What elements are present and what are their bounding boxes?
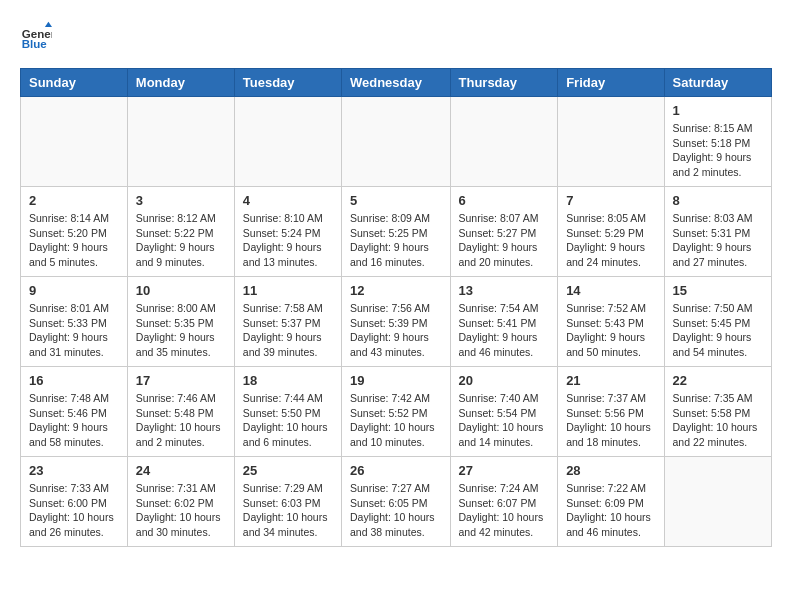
day-info: Sunrise: 7:58 AM Sunset: 5:37 PM Dayligh… — [243, 301, 333, 360]
day-info: Sunrise: 8:14 AM Sunset: 5:20 PM Dayligh… — [29, 211, 119, 270]
calendar-cell: 20Sunrise: 7:40 AM Sunset: 5:54 PM Dayli… — [450, 367, 558, 457]
day-info: Sunrise: 7:56 AM Sunset: 5:39 PM Dayligh… — [350, 301, 442, 360]
calendar-week-1: 1Sunrise: 8:15 AM Sunset: 5:18 PM Daylig… — [21, 97, 772, 187]
calendar-cell: 19Sunrise: 7:42 AM Sunset: 5:52 PM Dayli… — [341, 367, 450, 457]
calendar-header-sunday: Sunday — [21, 69, 128, 97]
day-info: Sunrise: 7:29 AM Sunset: 6:03 PM Dayligh… — [243, 481, 333, 540]
day-info: Sunrise: 7:46 AM Sunset: 5:48 PM Dayligh… — [136, 391, 226, 450]
day-number: 6 — [459, 193, 550, 208]
calendar-cell: 26Sunrise: 7:27 AM Sunset: 6:05 PM Dayli… — [341, 457, 450, 547]
day-number: 27 — [459, 463, 550, 478]
calendar-cell: 22Sunrise: 7:35 AM Sunset: 5:58 PM Dayli… — [664, 367, 771, 457]
day-number: 11 — [243, 283, 333, 298]
calendar-cell: 28Sunrise: 7:22 AM Sunset: 6:09 PM Dayli… — [558, 457, 664, 547]
calendar-cell: 15Sunrise: 7:50 AM Sunset: 5:45 PM Dayli… — [664, 277, 771, 367]
day-info: Sunrise: 7:27 AM Sunset: 6:05 PM Dayligh… — [350, 481, 442, 540]
calendar-cell: 1Sunrise: 8:15 AM Sunset: 5:18 PM Daylig… — [664, 97, 771, 187]
calendar-cell: 23Sunrise: 7:33 AM Sunset: 6:00 PM Dayli… — [21, 457, 128, 547]
calendar-cell — [234, 97, 341, 187]
day-number: 7 — [566, 193, 655, 208]
calendar-cell: 4Sunrise: 8:10 AM Sunset: 5:24 PM Daylig… — [234, 187, 341, 277]
calendar-cell: 12Sunrise: 7:56 AM Sunset: 5:39 PM Dayli… — [341, 277, 450, 367]
day-number: 20 — [459, 373, 550, 388]
day-info: Sunrise: 7:37 AM Sunset: 5:56 PM Dayligh… — [566, 391, 655, 450]
day-info: Sunrise: 7:44 AM Sunset: 5:50 PM Dayligh… — [243, 391, 333, 450]
calendar-header-monday: Monday — [127, 69, 234, 97]
day-info: Sunrise: 7:33 AM Sunset: 6:00 PM Dayligh… — [29, 481, 119, 540]
day-number: 23 — [29, 463, 119, 478]
day-info: Sunrise: 7:42 AM Sunset: 5:52 PM Dayligh… — [350, 391, 442, 450]
calendar-cell: 24Sunrise: 7:31 AM Sunset: 6:02 PM Dayli… — [127, 457, 234, 547]
calendar-cell: 8Sunrise: 8:03 AM Sunset: 5:31 PM Daylig… — [664, 187, 771, 277]
page-header: General Blue — [20, 20, 772, 52]
day-info: Sunrise: 7:22 AM Sunset: 6:09 PM Dayligh… — [566, 481, 655, 540]
day-number: 14 — [566, 283, 655, 298]
day-number: 1 — [673, 103, 763, 118]
day-info: Sunrise: 8:03 AM Sunset: 5:31 PM Dayligh… — [673, 211, 763, 270]
day-info: Sunrise: 7:35 AM Sunset: 5:58 PM Dayligh… — [673, 391, 763, 450]
calendar-week-3: 9Sunrise: 8:01 AM Sunset: 5:33 PM Daylig… — [21, 277, 772, 367]
day-info: Sunrise: 8:09 AM Sunset: 5:25 PM Dayligh… — [350, 211, 442, 270]
day-info: Sunrise: 8:12 AM Sunset: 5:22 PM Dayligh… — [136, 211, 226, 270]
calendar-header-tuesday: Tuesday — [234, 69, 341, 97]
day-info: Sunrise: 8:07 AM Sunset: 5:27 PM Dayligh… — [459, 211, 550, 270]
calendar-cell — [21, 97, 128, 187]
calendar-week-2: 2Sunrise: 8:14 AM Sunset: 5:20 PM Daylig… — [21, 187, 772, 277]
calendar-cell — [450, 97, 558, 187]
day-number: 13 — [459, 283, 550, 298]
calendar-cell: 14Sunrise: 7:52 AM Sunset: 5:43 PM Dayli… — [558, 277, 664, 367]
calendar-cell — [664, 457, 771, 547]
day-number: 9 — [29, 283, 119, 298]
calendar-header-saturday: Saturday — [664, 69, 771, 97]
calendar-cell: 25Sunrise: 7:29 AM Sunset: 6:03 PM Dayli… — [234, 457, 341, 547]
day-number: 12 — [350, 283, 442, 298]
calendar-header-wednesday: Wednesday — [341, 69, 450, 97]
calendar-cell: 13Sunrise: 7:54 AM Sunset: 5:41 PM Dayli… — [450, 277, 558, 367]
calendar-cell: 27Sunrise: 7:24 AM Sunset: 6:07 PM Dayli… — [450, 457, 558, 547]
day-info: Sunrise: 7:40 AM Sunset: 5:54 PM Dayligh… — [459, 391, 550, 450]
calendar-week-5: 23Sunrise: 7:33 AM Sunset: 6:00 PM Dayli… — [21, 457, 772, 547]
calendar-cell: 2Sunrise: 8:14 AM Sunset: 5:20 PM Daylig… — [21, 187, 128, 277]
day-number: 10 — [136, 283, 226, 298]
calendar-cell: 18Sunrise: 7:44 AM Sunset: 5:50 PM Dayli… — [234, 367, 341, 457]
calendar-header-friday: Friday — [558, 69, 664, 97]
day-number: 21 — [566, 373, 655, 388]
calendar-week-4: 16Sunrise: 7:48 AM Sunset: 5:46 PM Dayli… — [21, 367, 772, 457]
day-number: 16 — [29, 373, 119, 388]
day-number: 2 — [29, 193, 119, 208]
day-number: 5 — [350, 193, 442, 208]
day-number: 4 — [243, 193, 333, 208]
calendar-cell: 5Sunrise: 8:09 AM Sunset: 5:25 PM Daylig… — [341, 187, 450, 277]
day-info: Sunrise: 7:48 AM Sunset: 5:46 PM Dayligh… — [29, 391, 119, 450]
day-number: 8 — [673, 193, 763, 208]
calendar-cell — [558, 97, 664, 187]
calendar-cell — [341, 97, 450, 187]
day-info: Sunrise: 7:52 AM Sunset: 5:43 PM Dayligh… — [566, 301, 655, 360]
svg-marker-2 — [45, 22, 52, 27]
calendar-header-thursday: Thursday — [450, 69, 558, 97]
calendar-cell: 3Sunrise: 8:12 AM Sunset: 5:22 PM Daylig… — [127, 187, 234, 277]
calendar-cell: 17Sunrise: 7:46 AM Sunset: 5:48 PM Dayli… — [127, 367, 234, 457]
day-number: 25 — [243, 463, 333, 478]
day-info: Sunrise: 7:50 AM Sunset: 5:45 PM Dayligh… — [673, 301, 763, 360]
logo: General Blue — [20, 20, 52, 52]
day-info: Sunrise: 8:05 AM Sunset: 5:29 PM Dayligh… — [566, 211, 655, 270]
day-info: Sunrise: 8:00 AM Sunset: 5:35 PM Dayligh… — [136, 301, 226, 360]
day-number: 17 — [136, 373, 226, 388]
calendar-cell: 6Sunrise: 8:07 AM Sunset: 5:27 PM Daylig… — [450, 187, 558, 277]
day-info: Sunrise: 7:24 AM Sunset: 6:07 PM Dayligh… — [459, 481, 550, 540]
calendar-cell: 11Sunrise: 7:58 AM Sunset: 5:37 PM Dayli… — [234, 277, 341, 367]
day-number: 28 — [566, 463, 655, 478]
calendar-cell — [127, 97, 234, 187]
calendar-cell: 21Sunrise: 7:37 AM Sunset: 5:56 PM Dayli… — [558, 367, 664, 457]
day-number: 3 — [136, 193, 226, 208]
calendar-cell: 9Sunrise: 8:01 AM Sunset: 5:33 PM Daylig… — [21, 277, 128, 367]
logo-icon: General Blue — [20, 20, 52, 52]
day-info: Sunrise: 7:31 AM Sunset: 6:02 PM Dayligh… — [136, 481, 226, 540]
day-number: 22 — [673, 373, 763, 388]
calendar-table: SundayMondayTuesdayWednesdayThursdayFrid… — [20, 68, 772, 547]
day-number: 15 — [673, 283, 763, 298]
day-info: Sunrise: 8:01 AM Sunset: 5:33 PM Dayligh… — [29, 301, 119, 360]
day-number: 24 — [136, 463, 226, 478]
day-info: Sunrise: 7:54 AM Sunset: 5:41 PM Dayligh… — [459, 301, 550, 360]
